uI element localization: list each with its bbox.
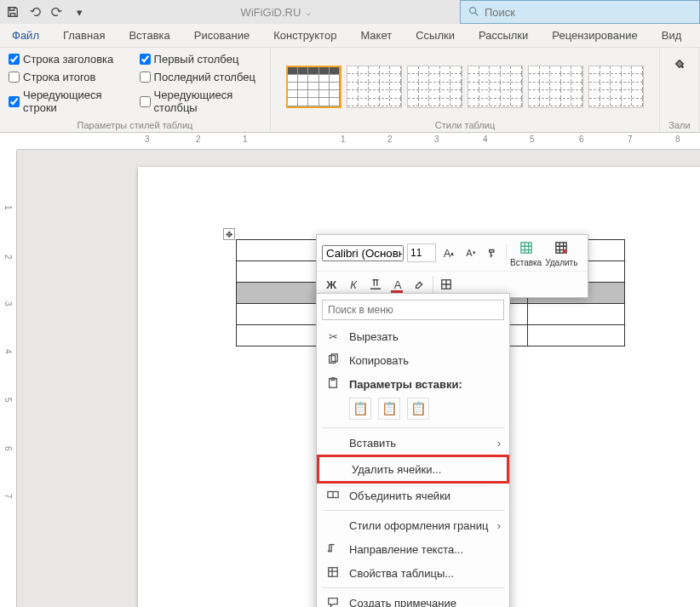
delete-button[interactable]: Удалить [545,238,577,267]
quick-access-toolbar: ▾ [0,4,92,20]
ribbon-group-table-styles: Стили таблиц [271,48,659,132]
search-box[interactable] [460,0,700,24]
shrink-font-icon[interactable]: A▾ [462,243,480,262]
horizontal-ruler[interactable]: 3 2 1 1 2 3 4 5 6 7 8 [17,133,700,150]
merge-cells-icon [325,489,341,503]
ctx-text-direction[interactable]: Направление текста... [317,537,509,561]
ctx-insert[interactable]: Вставить › [317,431,509,455]
highlight-icon[interactable] [410,275,429,294]
table-properties-icon [325,566,341,581]
borders-icon[interactable] [437,275,456,294]
tab-mailings[interactable]: Рассылки [467,24,540,48]
redo-icon[interactable] [49,4,65,20]
ctx-border-styles[interactable]: Стили оформления границ › [317,513,509,537]
chk-last-column[interactable]: Последний столбец [140,71,261,83]
insert-button[interactable]: Вставка [510,238,542,267]
ctx-delete-cells[interactable]: Удалить ячейки... [317,455,509,484]
font-size-input[interactable] [407,243,436,262]
paste-text-only-icon[interactable]: 📋 [407,398,429,420]
tab-review[interactable]: Рецензирование [540,24,649,48]
menu-search-input[interactable] [322,300,504,320]
ctx-cut[interactable]: ✂ Вырезать [317,324,509,348]
mini-toolbar: A▴ A▾ Вставка Удалить Ж К A [316,234,588,298]
ribbon-group-fill: Зали [659,48,700,132]
grow-font-icon[interactable]: A▴ [439,243,458,262]
tab-references[interactable]: Ссылки [404,24,467,48]
ctx-table-properties[interactable]: Свойства таблицы... [317,561,509,585]
save-icon[interactable] [5,4,20,20]
scissors-icon: ✂ [325,330,341,343]
clipboard-icon [325,377,341,392]
search-icon [468,5,479,20]
svg-point-0 [470,7,476,13]
format-painter-icon[interactable] [484,243,502,262]
ctx-copy[interactable]: Копировать [317,348,509,372]
table-move-handle-icon[interactable]: ✥ [223,228,235,240]
tab-design[interactable]: Конструктор [261,24,348,48]
vertical-ruler[interactable]: 1 2 3 4 5 6 7 [0,150,17,607]
style-thumb[interactable] [347,66,402,108]
chevron-right-icon: › [497,519,501,532]
tab-draw[interactable]: Рисование [182,24,261,48]
text-direction-icon [325,542,341,557]
style-thumb[interactable] [286,66,341,108]
table-delete-icon [550,238,572,257]
ctx-paste-options-header: Параметры вставки: [317,372,509,396]
title-bar: ▾ WiFiGiD.RU ⌵ [0,0,700,24]
chk-banded-columns[interactable]: Чередующиеся столбцы [140,89,261,114]
underline-icon[interactable] [366,275,385,294]
tab-view[interactable]: Вид [650,24,694,48]
document-title: WiFiGiD.RU [241,6,301,19]
comment-icon [325,596,341,608]
table-insert-icon [515,238,537,257]
chevron-right-icon: › [497,437,501,450]
paste-options-icons: 📋 📋 📋 [317,396,509,425]
undo-icon[interactable] [27,4,43,20]
title-dropdown-icon[interactable]: ⌵ [306,8,311,17]
svg-rect-9 [329,567,338,576]
ctx-merge-cells[interactable]: Объединить ячейки [317,484,509,507]
tab-layout[interactable]: Макет [348,24,404,48]
style-thumb[interactable] [528,66,583,108]
style-thumb[interactable] [588,66,644,108]
italic-button[interactable]: К [344,275,363,294]
chk-total-row[interactable]: Строка итогов [9,71,123,83]
copy-icon [325,353,341,368]
table-styles-gallery[interactable] [279,66,651,108]
bold-button[interactable]: Ж [322,275,341,294]
chk-banded-rows[interactable]: Чередующиеся строки [9,89,123,114]
chk-header-row[interactable]: Строка заголовка [9,53,123,66]
font-select[interactable] [322,245,404,261]
chk-first-column[interactable]: Первый столбец [140,53,261,66]
ribbon-group-label: Стили таблиц [435,120,495,130]
svg-rect-1 [520,243,531,253]
font-color-icon[interactable]: A [388,275,407,294]
style-thumb[interactable] [468,66,523,108]
tab-insert[interactable]: Вставка [117,24,181,48]
tab-file[interactable]: Файл [0,24,51,48]
paste-keep-formatting-icon[interactable]: 📋 [349,398,371,420]
ribbon-group-label: Зали [668,120,691,130]
ribbon-group-label: Параметры стилей таблиц [9,120,261,130]
context-menu: ✂ Вырезать Копировать Параметры вставки:… [316,293,510,607]
customize-qat-icon[interactable]: ▾ [72,4,87,20]
ribbon: Строка заголовка Строка итогов Чередующи… [0,48,700,133]
style-thumb[interactable] [407,66,462,108]
tab-home[interactable]: Главная [51,24,117,48]
search-input[interactable] [485,6,692,19]
paste-merge-formatting-icon[interactable]: 📋 [378,398,400,420]
ribbon-group-table-style-options: Строка заголовка Строка итогов Чередующи… [0,48,271,132]
ribbon-tabs: Файл Главная Вставка Рисование Конструкт… [0,24,700,48]
shading-icon[interactable] [674,58,686,72]
ctx-new-comment[interactable]: Создать примечание [317,591,509,607]
